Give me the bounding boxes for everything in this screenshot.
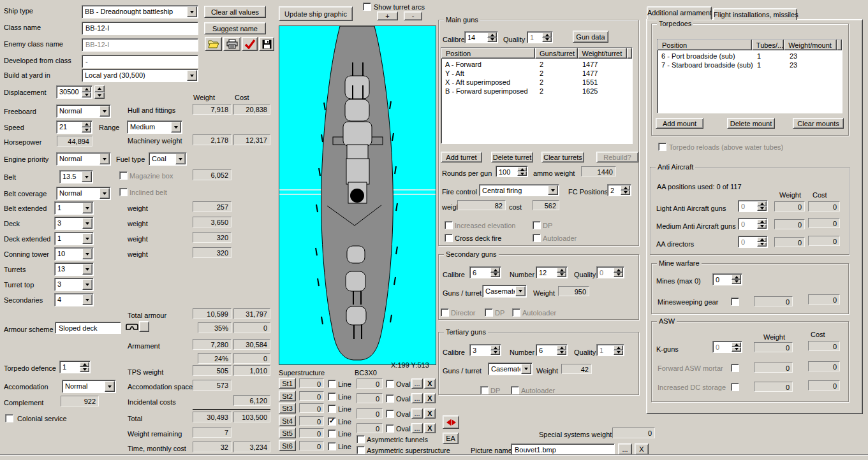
build-yard-select[interactable]: Local yard (30,500) [82, 69, 198, 82]
oval3-delete-button[interactable]: X [424, 408, 436, 419]
ea-button[interactable]: EA [443, 433, 459, 444]
st6-line-checkbox[interactable] [328, 442, 336, 450]
oval2-browse-button[interactable]: ... [411, 393, 423, 403]
add-turret-button[interactable]: Add turret [441, 152, 482, 162]
up-arrow-icon[interactable] [490, 268, 500, 273]
asymmetric-funnels-checkbox[interactable] [357, 435, 365, 443]
table-row[interactable]: 7 - Starboard broadside (sub) 1 23 [658, 61, 842, 69]
down-arrow-icon[interactable] [517, 171, 527, 176]
chevron-down-icon[interactable] [82, 233, 92, 244]
oval1-delete-button[interactable]: X [424, 378, 436, 389]
up-arrow-icon[interactable] [614, 345, 623, 350]
rounds-per-gun-spinner[interactable]: 100 [496, 166, 528, 177]
chevron-down-icon[interactable] [175, 154, 186, 164]
print-button[interactable] [223, 37, 240, 51]
oval2-delete-button[interactable]: X [424, 393, 436, 403]
chevron-down-icon[interactable] [171, 122, 181, 133]
chevron-down-icon[interactable] [82, 264, 92, 275]
speed-spinner[interactable]: 21 [56, 120, 92, 134]
aa-directors-spinner[interactable]: 0 [738, 236, 768, 248]
turret-top-select[interactable]: 3 [54, 278, 94, 291]
col-guns-turret[interactable]: Guns/turret [535, 48, 578, 59]
chevron-down-icon[interactable] [82, 248, 92, 259]
st5-button[interactable]: St5 [279, 428, 296, 438]
down-arrow-icon[interactable] [732, 280, 741, 285]
enemy-class-input[interactable]: BB-12-I [82, 38, 198, 52]
chevron-down-icon[interactable] [521, 364, 531, 374]
torpedo-defence-spinner[interactable]: 1 [59, 361, 91, 373]
down-arrow-icon[interactable] [542, 38, 552, 43]
torpedoes-table[interactable]: Position Tubes/... Weight/mount 6 - Port… [657, 39, 842, 113]
gun-data-button[interactable]: Gun data [573, 31, 608, 43]
sec-calibre-spinner[interactable]: 6 [469, 266, 501, 278]
down-arrow-icon[interactable] [487, 38, 497, 43]
oval3-checkbox[interactable] [386, 410, 394, 418]
range-select[interactable]: Medium [127, 120, 182, 134]
conning-tower-select[interactable]: 10 [54, 247, 94, 261]
up-arrow-icon[interactable] [757, 237, 767, 242]
up-arrow-icon[interactable] [732, 342, 741, 347]
up-arrow-icon[interactable] [542, 32, 552, 38]
down-arrow-icon[interactable] [490, 350, 500, 356]
oval4-checkbox[interactable] [386, 424, 394, 433]
up-arrow-icon[interactable] [82, 122, 91, 127]
clear-turrets-button[interactable]: Clear turrets [541, 152, 584, 162]
ter-guns-turret-select[interactable]: Casemate: [488, 363, 533, 375]
table-row[interactable]: 6 - Port broadside (sub) 1 23 [658, 52, 842, 61]
sec-quality-spinner[interactable]: 0 [596, 266, 624, 278]
up-arrow-icon[interactable] [490, 345, 500, 350]
zoom-out-button[interactable]: - [404, 11, 422, 20]
oval4-browse-button[interactable]: ... [411, 423, 423, 433]
kguns-spinner[interactable]: 0 [712, 341, 742, 353]
oval3-browse-button[interactable]: ... [411, 408, 423, 419]
chevron-down-icon[interactable] [82, 218, 92, 229]
down-arrow-icon[interactable] [80, 367, 89, 372]
up-arrow-icon[interactable] [82, 87, 91, 92]
st1-line-checkbox[interactable] [328, 380, 336, 388]
tab-flight-installations[interactable]: Flight installations, missiles [713, 8, 797, 20]
down-arrow-icon[interactable] [757, 224, 767, 229]
chevron-down-icon[interactable] [187, 70, 197, 81]
table-row[interactable]: Y - Aft 2 1477 [441, 69, 632, 78]
st3-line-checkbox[interactable] [328, 405, 336, 413]
turrets-select[interactable]: 13 [54, 262, 94, 276]
update-ship-graphic-button[interactable]: Update ship graphic [279, 6, 353, 21]
chevron-down-icon[interactable] [82, 171, 92, 182]
oval1-browse-button[interactable]: ... [411, 378, 423, 389]
main-calibre-spinner[interactable]: 14 [464, 31, 498, 43]
main-quality-spinner[interactable]: 1 [527, 31, 553, 43]
up-arrow-icon[interactable] [614, 268, 623, 273]
ter-number-spinner[interactable]: 6 [536, 344, 568, 356]
ship-type-select[interactable]: BB - Dreadnought battleship [82, 5, 198, 18]
class-name-input[interactable]: BB-12-I [82, 22, 198, 35]
mines-spinner[interactable]: 0 [712, 273, 742, 285]
validate-button[interactable] [242, 37, 258, 51]
st2-line-checkbox[interactable] [328, 392, 336, 401]
belt-select[interactable]: 13.5 [59, 170, 93, 183]
down-arrow-icon[interactable] [557, 273, 566, 278]
deck-extended-select[interactable]: 1 [54, 232, 94, 245]
up-arrow-icon[interactable] [757, 201, 767, 206]
down-arrow-icon[interactable] [614, 350, 623, 356]
col-weight-mount[interactable]: Weight/mount [784, 40, 837, 50]
table-row[interactable]: X - Aft superimposed 2 1551 [441, 78, 632, 87]
armour-scheme-input[interactable]: Sloped deck [55, 322, 121, 334]
col-tubes[interactable]: Tubes/... [752, 40, 784, 50]
st1-button[interactable]: St1 [279, 378, 296, 389]
chevron-down-icon[interactable] [99, 154, 110, 164]
ter-quality-spinner[interactable]: 1 [596, 344, 624, 356]
down-arrow-icon[interactable] [732, 347, 741, 352]
fc-positions-spinner[interactable]: 2 [607, 184, 631, 196]
up-arrow-icon[interactable] [517, 167, 527, 171]
col-weight-turret[interactable]: Weight/turret [578, 48, 627, 59]
displacement-spinner[interactable]: 30500 [56, 85, 92, 99]
fuel-type-select[interactable]: Coal [149, 152, 187, 166]
magazine-box-checkbox[interactable] [119, 171, 128, 180]
sec-guns-turret-select[interactable]: Casemate: [482, 285, 527, 298]
medium-aa-spinner[interactable]: 0 [738, 218, 768, 230]
light-aa-spinner[interactable]: 0 [738, 200, 768, 212]
cross-deck-fire-checkbox[interactable] [445, 234, 453, 242]
up-arrow-icon[interactable] [557, 268, 566, 273]
ship-graphic-canvas[interactable] [279, 25, 436, 365]
add-mount-button[interactable]: Add mount [656, 118, 703, 129]
